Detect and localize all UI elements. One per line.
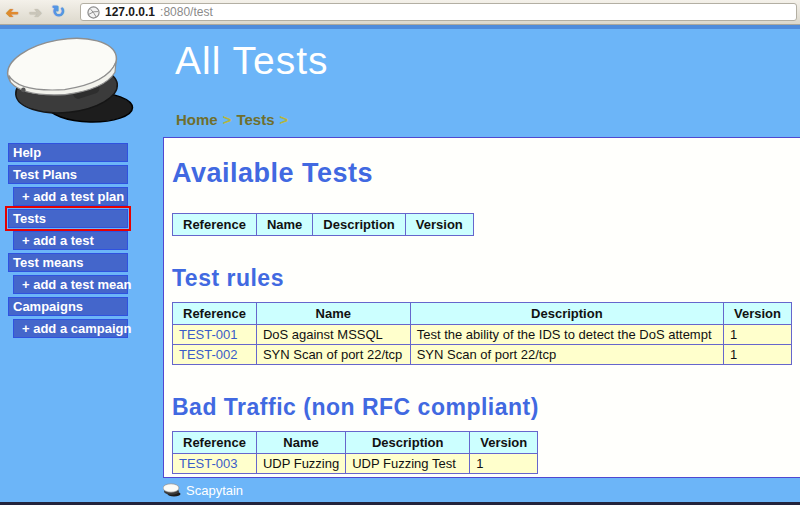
breadcrumb-separator: > — [218, 111, 237, 128]
test-reference-link[interactable]: TEST-002 — [173, 345, 257, 365]
column-header-version: Version — [405, 214, 473, 236]
url-path: :8080/test — [160, 5, 213, 19]
column-header-reference: Reference — [173, 432, 257, 454]
breadcrumb-link-tests[interactable]: Tests — [236, 111, 274, 128]
table-cell: UDP Fuzzing Test — [346, 454, 470, 474]
page-background: S All Tests Home>Tests> HelpTest Plans+ … — [0, 25, 800, 505]
table-row: TEST-003UDP FuzzingUDP Fuzzing Test1 — [173, 454, 538, 474]
forward-button[interactable]: ➔ — [26, 3, 45, 22]
section-title-bad-traffic: Bad Traffic (non RFC compliant) — [172, 394, 792, 421]
table-row: TEST-002SYN Scan of port 22/tcpSYN Scan … — [173, 345, 792, 365]
table-cell: 1 — [724, 325, 792, 345]
reload-button[interactable]: ↻ — [49, 3, 68, 22]
table-cell: DoS against MSSQL — [256, 325, 410, 345]
column-header-reference: Reference — [173, 214, 257, 236]
reload-icon: ↻ — [52, 4, 65, 20]
back-button[interactable]: ➔ — [3, 3, 22, 22]
column-header-name: Name — [256, 303, 410, 325]
globe-icon — [87, 6, 100, 19]
breadcrumb: Home>Tests> — [176, 111, 293, 128]
bad-traffic-table: ReferenceNameDescriptionVersionTEST-003U… — [172, 431, 538, 474]
test-rules-table: ReferenceNameDescriptionVersionTEST-001D… — [172, 302, 792, 365]
sidebar-item-help[interactable]: Help — [8, 143, 128, 162]
breadcrumb-separator: > — [275, 111, 294, 128]
table-cell: SYN Scan of port 22/tcp — [410, 345, 723, 365]
column-header-description: Description — [410, 303, 723, 325]
table-cell: 1 — [724, 345, 792, 365]
sidebar: HelpTest Plans+ add a test planTests+ ad… — [8, 143, 129, 341]
table-cell: SYN Scan of port 22/tcp — [256, 345, 410, 365]
sidebar-item-tests[interactable]: Tests — [8, 209, 128, 228]
header-row: ReferenceNameDescriptionVersion — [173, 214, 474, 236]
sidebar-item-add-a-test-mean[interactable]: + add a test mean — [13, 275, 128, 294]
table-cell: Test the ability of the IDS to detect th… — [410, 325, 723, 345]
column-header-name: Name — [256, 432, 345, 454]
sidebar-item-add-a-test[interactable]: + add a test — [13, 231, 128, 250]
sidebar-item-campaigns[interactable]: Campaigns — [8, 297, 128, 316]
column-header-name: Name — [256, 214, 312, 236]
footer-brand: Scapytain — [186, 483, 243, 498]
breadcrumb-link-home[interactable]: Home — [176, 111, 218, 128]
browser-toolbar: ➔ ➔ ↻ 127.0.0.1:8080/test — [0, 0, 800, 25]
table-cell: UDP Fuzzing — [256, 454, 345, 474]
column-header-description: Description — [346, 432, 470, 454]
forward-icon: ➔ — [29, 5, 42, 20]
sidebar-item-add-a-campaign[interactable]: + add a campaign — [13, 319, 128, 338]
header-row: ReferenceNameDescriptionVersion — [173, 303, 792, 325]
section-title-test-rules: Test rules — [172, 265, 792, 292]
sidebar-item-add-a-test-plan[interactable]: + add a test plan — [13, 187, 128, 206]
page-title: All Tests — [175, 39, 329, 83]
content-panel: Available Tests ReferenceNameDescription… — [163, 137, 800, 478]
test-reference-link[interactable]: TEST-003 — [173, 454, 257, 474]
scapy-hat-icon — [163, 483, 181, 497]
table-row: TEST-001DoS against MSSQLTest the abilit… — [173, 325, 792, 345]
table-cell: 1 — [470, 454, 538, 474]
footer: Scapytain — [0, 478, 800, 502]
column-header-version: Version — [470, 432, 538, 454]
summary-table: ReferenceNameDescriptionVersion — [172, 213, 474, 236]
test-reference-link[interactable]: TEST-001 — [173, 325, 257, 345]
sidebar-item-test-plans[interactable]: Test Plans — [8, 165, 128, 184]
column-header-description: Description — [313, 214, 406, 236]
sidebar-item-test-means[interactable]: Test means — [8, 253, 128, 272]
scapy-hat-logo: S — [4, 29, 136, 139]
column-header-version: Version — [724, 303, 792, 325]
column-header-reference: Reference — [173, 303, 257, 325]
header-row: ReferenceNameDescriptionVersion — [173, 432, 538, 454]
url-host: 127.0.0.1 — [105, 5, 155, 19]
address-bar[interactable]: 127.0.0.1:8080/test — [80, 3, 797, 21]
page-heading: Available Tests — [172, 158, 792, 189]
back-icon: ➔ — [6, 5, 19, 20]
